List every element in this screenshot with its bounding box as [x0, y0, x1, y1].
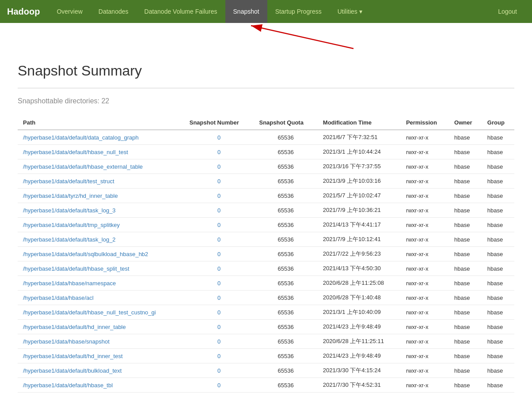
cell-2-3: 2021/3/16 下午7:37:55 [318, 159, 401, 174]
cell-10-1: 0 [184, 276, 254, 291]
cell-3-5: hbase [449, 174, 482, 189]
cell-17-4: rwxr-xr-x [401, 378, 449, 393]
cell-9-5: hbase [449, 261, 482, 276]
nav-items: Overview Datanodes Datanode Volume Failu… [49, 0, 490, 23]
cell-11-0[interactable]: /hyperbase1/data/hbase/acl [18, 291, 184, 305]
cell-13-0[interactable]: /hyperbase1/data/default/hd_inner_table [18, 320, 184, 334]
cell-4-5: hbase [449, 189, 482, 203]
cell-0-1: 0 [184, 130, 254, 145]
cell-12-2: 65536 [254, 305, 318, 320]
cell-12-0[interactable]: /hyperbase1/data/default/hbase_null_test… [18, 305, 184, 320]
cell-16-1: 0 [184, 363, 254, 378]
cell-0-6: hbase [482, 130, 514, 145]
cell-14-2: 65536 [254, 334, 318, 349]
cell-4-1: 0 [184, 189, 254, 203]
cell-15-4: rwxr-xr-x [401, 349, 449, 363]
cell-10-0[interactable]: /hyperbase1/data/hbase/namespace [18, 276, 184, 291]
cell-14-4: rwxr-xr-x [401, 334, 449, 349]
cell-4-0[interactable]: /hyperbase1/data/tyrz/hd_inner_table [18, 189, 184, 203]
cell-2-0[interactable]: /hyperbase1/data/default/hbase_external_… [18, 159, 184, 174]
cell-17-0[interactable]: /hyperbase1/data/default/hbase_tbl [18, 378, 184, 393]
cell-11-1: 0 [184, 291, 254, 305]
table-row: /hyperbase1/data/default/test_struct0655… [18, 174, 514, 189]
cell-4-4: rwxr-xr-x [401, 189, 449, 203]
cell-13-4: rwxr-xr-x [401, 320, 449, 334]
cell-1-3: 2021/3/1 上午10:44:24 [318, 145, 401, 159]
cell-14-0[interactable]: /hyperbase1/data/hbase/snapshot [18, 334, 184, 349]
cell-9-2: 65536 [254, 261, 318, 276]
main-content: Snapshot Summary Snapshottable directori… [0, 49, 532, 406]
nav-overview[interactable]: Overview [49, 0, 90, 23]
cell-3-3: 2021/3/9 上午10:03:16 [318, 174, 401, 189]
cell-5-4: rwxr-xr-x [401, 203, 449, 218]
nav-startup-progress[interactable]: Startup Progress [267, 0, 330, 23]
cell-10-6: hbase [482, 276, 514, 291]
table-row: /hyperbase1/data/default/hd_inner_table0… [18, 320, 514, 334]
nav-snapshot[interactable]: Snapshot [225, 0, 267, 23]
cell-17-5: hbase [449, 378, 482, 393]
cell-3-0[interactable]: /hyperbase1/data/default/test_struct [18, 174, 184, 189]
cell-5-0[interactable]: /hyperbase1/data/default/task_log_3 [18, 203, 184, 218]
table-row: /hyperbase1/data/default/task_log_306553… [18, 203, 514, 218]
cell-6-0[interactable]: /hyperbase1/data/default/tmp_splitkey [18, 218, 184, 232]
cell-12-3: 2021/3/1 上午10:40:09 [318, 305, 401, 320]
cell-0-3: 2021/6/7 下午7:32:51 [318, 130, 401, 145]
cell-2-2: 65536 [254, 159, 318, 174]
table-body: /hyperbase1/data/default/data_catalog_gr… [18, 130, 514, 393]
cell-15-2: 65536 [254, 349, 318, 363]
table-row: /hyperbase1/data/default/tmp_splitkey065… [18, 218, 514, 232]
table-row: /hyperbase1/data/hbase/acl0655362020/6/2… [18, 291, 514, 305]
cell-3-2: 65536 [254, 174, 318, 189]
table-row: /hyperbase1/data/default/hbase_null_test… [18, 145, 514, 159]
cell-16-4: rwxr-xr-x [401, 363, 449, 378]
table-row: /hyperbase1/data/default/hbase_split_tes… [18, 261, 514, 276]
cell-16-0[interactable]: /hyperbase1/data/default/bulkload_text [18, 363, 184, 378]
brand-logo: Hadoop [7, 7, 40, 17]
cell-15-0[interactable]: /hyperbase1/data/default/hd_inner_test [18, 349, 184, 363]
cell-6-4: rwxr-xr-x [401, 218, 449, 232]
cell-2-6: hbase [482, 159, 514, 174]
cell-7-0[interactable]: /hyperbase1/data/default/task_log_2 [18, 232, 184, 247]
cell-13-1: 0 [184, 320, 254, 334]
cell-3-1: 0 [184, 174, 254, 189]
cell-10-3: 2020/6/28 上午11:25:08 [318, 276, 401, 291]
cell-2-4: rwxr-xr-x [401, 159, 449, 174]
cell-8-0[interactable]: /hyperbase1/data/default/sqlbulkload_hba… [18, 247, 184, 261]
cell-6-2: 65536 [254, 218, 318, 232]
cell-0-0[interactable]: /hyperbase1/data/default/data_catalog_gr… [18, 130, 184, 145]
table-row: /hyperbase1/data/hbase/snapshot065536202… [18, 334, 514, 349]
table-row: /hyperbase1/data/default/task_log_206553… [18, 232, 514, 247]
divider [18, 88, 514, 88]
cell-12-4: rwxr-xr-x [401, 305, 449, 320]
cell-1-2: 65536 [254, 145, 318, 159]
cell-2-1: 0 [184, 159, 254, 174]
cell-5-1: 0 [184, 203, 254, 218]
cell-9-0[interactable]: /hyperbase1/data/default/hbase_split_tes… [18, 261, 184, 276]
col-snapshot-quota: Snapshot Quota [254, 116, 318, 130]
table-row: /hyperbase1/data/default/sqlbulkload_hba… [18, 247, 514, 261]
table-row: /hyperbase1/data/tyrz/hd_inner_table0655… [18, 189, 514, 203]
cell-9-3: 2021/4/13 下午4:50:30 [318, 261, 401, 276]
cell-3-4: rwxr-xr-x [401, 174, 449, 189]
cell-1-0[interactable]: /hyperbase1/data/default/hbase_null_test [18, 145, 184, 159]
cell-12-5: hbase [449, 305, 482, 320]
svg-line-1 [251, 26, 353, 49]
nav-datanodes[interactable]: Datanodes [91, 0, 137, 23]
annotation-arrow-container [0, 23, 532, 49]
cell-8-6: hbase [482, 247, 514, 261]
cell-14-6: hbase [482, 334, 514, 349]
nav-utilities[interactable]: Utilities ▾ [330, 0, 370, 23]
cell-3-6: hbase [482, 174, 514, 189]
cell-11-5: hbase [449, 291, 482, 305]
logout-button[interactable]: Logout [490, 0, 525, 23]
col-modification-time: Modification Time [318, 116, 401, 130]
table-row: /hyperbase1/data/default/bulkload_text06… [18, 363, 514, 378]
nav-datanode-volume-failures[interactable]: Datanode Volume Failures [137, 0, 225, 23]
cell-5-2: 65536 [254, 203, 318, 218]
cell-17-1: 0 [184, 378, 254, 393]
cell-9-4: rwxr-xr-x [401, 261, 449, 276]
cell-13-2: 65536 [254, 320, 318, 334]
table-header: Path Snapshot Number Snapshot Quota Modi… [18, 116, 514, 130]
table-row: /hyperbase1/data/default/data_catalog_gr… [18, 130, 514, 145]
cell-11-6: hbase [482, 291, 514, 305]
